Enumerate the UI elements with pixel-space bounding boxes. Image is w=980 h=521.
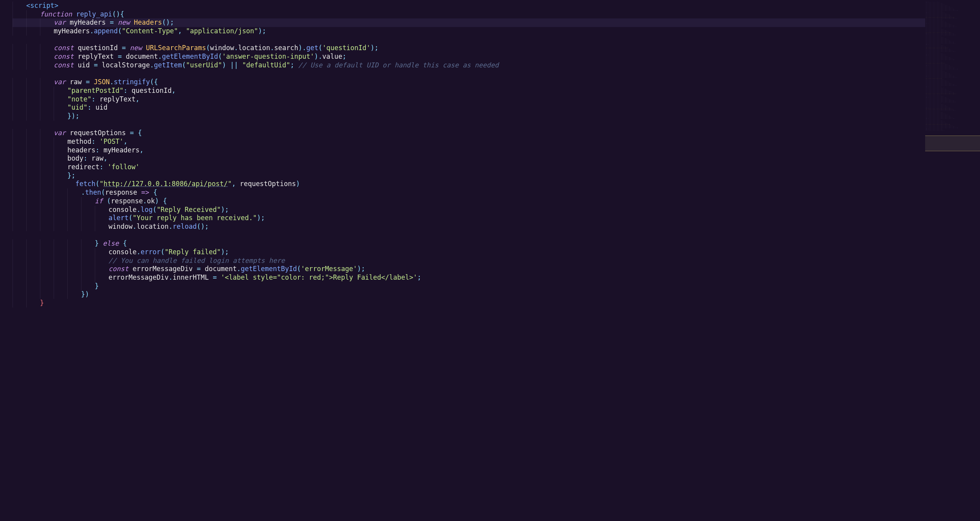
minimap-viewport[interactable] xyxy=(925,136,980,151)
minimap[interactable]: |··········|··········|··········|······… xyxy=(925,0,980,521)
minimap-content: |··········|··········|··········|······… xyxy=(926,2,979,131)
code-line[interactable]: }) xyxy=(13,290,925,299)
code-line[interactable]: const questionId = new URLSearchParams(w… xyxy=(13,44,925,52)
code-editor[interactable]: <script>function reply_api(){var myHeade… xyxy=(0,0,925,521)
code-line[interactable]: "note": replyText, xyxy=(13,95,925,104)
code-line[interactable]: var myHeaders = new Headers(); xyxy=(13,18,925,27)
code-line[interactable]: fetch("http://127.0.0.1:8086/api/post/",… xyxy=(13,180,925,188)
code-line[interactable]: method: 'POST', xyxy=(13,137,925,146)
code-line[interactable]: redirect: 'follow' xyxy=(13,163,925,172)
code-line[interactable]: "uid": uid xyxy=(13,103,925,112)
code-line[interactable]: } xyxy=(13,282,925,291)
code-line[interactable]: myHeaders.append("Content-Type", "applic… xyxy=(13,27,925,36)
code-line[interactable]: <script> xyxy=(13,2,925,10)
code-line[interactable]: errorMessageDiv.innerHTML = '<label styl… xyxy=(13,273,925,282)
code-line[interactable] xyxy=(13,121,925,129)
code-line[interactable]: var raw = JSON.stringify({ xyxy=(13,78,925,87)
code-line[interactable]: var requestOptions = { xyxy=(13,129,925,137)
code-line[interactable]: const replyText = document.getElementByI… xyxy=(13,52,925,61)
code-line[interactable]: // You can handle failed login attempts … xyxy=(13,257,925,265)
code-line[interactable]: } else { xyxy=(13,239,925,248)
code-line[interactable]: console.log("Reply Received"); xyxy=(13,206,925,214)
code-line[interactable]: } xyxy=(13,299,925,308)
code-line[interactable] xyxy=(13,36,925,44)
code-line[interactable]: .then(response => { xyxy=(13,188,925,197)
code-line[interactable]: if (response.ok) { xyxy=(13,197,925,206)
code-line[interactable]: headers: myHeaders, xyxy=(13,146,925,155)
code-line[interactable] xyxy=(13,231,925,240)
code-line[interactable]: function reply_api(){ xyxy=(13,10,925,19)
code-line[interactable]: const uid = localStorage.getItem("userUi… xyxy=(13,61,925,70)
code-line[interactable]: }; xyxy=(13,172,925,180)
code-area[interactable]: <script>function reply_api(){var myHeade… xyxy=(0,2,925,308)
code-line[interactable]: "parentPostId": questionId, xyxy=(13,87,925,95)
code-line[interactable]: const errorMessageDiv = document.getElem… xyxy=(13,265,925,273)
code-line[interactable]: window.location.reload(); xyxy=(13,223,925,231)
code-line[interactable]: body: raw, xyxy=(13,154,925,163)
code-line[interactable]: }); xyxy=(13,112,925,121)
code-line[interactable]: console.error("Reply failed"); xyxy=(13,248,925,257)
code-line[interactable] xyxy=(13,70,925,78)
code-line[interactable]: alert("Your reply has been received."); xyxy=(13,214,925,223)
gutter xyxy=(0,0,4,521)
